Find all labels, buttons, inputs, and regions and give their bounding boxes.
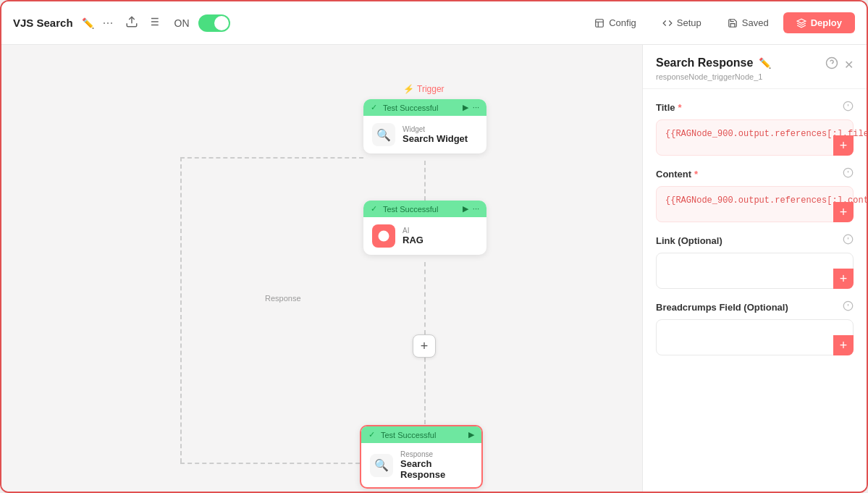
top-bar-right: Config Setup Saved Deploy <box>583 12 855 33</box>
panel-edit-icon[interactable]: ✏️ <box>759 57 771 69</box>
node-header-actions: ▶ ··· <box>463 103 479 112</box>
panel-title-section: Search Response ✏️ responseNode_triggerN… <box>656 56 771 81</box>
field-required-marker: * <box>678 102 682 113</box>
node-rag[interactable]: ✓ Test Successful ▶ ··· AI <box>363 201 486 255</box>
on-off-toggle[interactable] <box>198 14 230 32</box>
node-header-search-widget: ✓ Test Successful ▶ ··· <box>363 99 486 116</box>
saved-button[interactable]: Saved <box>716 12 780 33</box>
canvas: ⚡ Trigger Response ✓ Test Su <box>1 45 642 492</box>
node-header-actions-response: ▶ <box>468 430 474 439</box>
flow-container: ⚡ Trigger Response ✓ Test Su <box>1 45 642 492</box>
connector-line-3 <box>424 358 426 424</box>
field-content-add-button[interactable]: + <box>833 202 854 222</box>
field-title: Title * {{RAGNode_900.output.references[… <box>656 101 854 156</box>
field-content: Content * {{RAGNode_900.output.reference… <box>656 167 854 222</box>
panel-content: Title * {{RAGNode_900.output.references[… <box>643 89 867 367</box>
svg-rect-7 <box>596 19 604 27</box>
right-panel: Search Response ✏️ responseNode_triggerN… <box>642 45 867 492</box>
h-connector-top <box>180 157 363 159</box>
list-icon[interactable] <box>147 15 160 31</box>
field-link-input[interactable]: + <box>656 253 854 289</box>
v-connector-response <box>180 157 182 463</box>
field-breadcrumps-add-button[interactable]: + <box>833 335 854 355</box>
add-node-button[interactable]: + <box>413 334 436 358</box>
node-info-search-widget: Widget Search Widget <box>403 125 468 144</box>
node-body-search-widget: 🔍 Widget Search Widget <box>363 116 486 153</box>
field-link-add-button[interactable]: + <box>833 269 854 289</box>
top-bar: VJS Search ✏️ ··· ON Config Setup Saved <box>1 1 867 45</box>
field-content-input[interactable]: {{RAGNode_900.output.references[:].conte… <box>656 186 854 222</box>
app-container: VJS Search ✏️ ··· ON Config Setup Saved <box>0 0 868 493</box>
node-header-search-response: ✓ Test Successful ▶ <box>361 426 481 443</box>
node-info-search-response: Response Search Response <box>400 450 473 480</box>
node-info-rag: AI RAG <box>403 227 424 245</box>
field-title-add-button[interactable]: + <box>833 135 854 156</box>
check-icon-rag: ✓ <box>371 204 377 214</box>
check-icon: ✓ <box>371 103 377 112</box>
node-search-response[interactable]: ✓ Test Successful ▶ 🔍 Response Search Re… <box>360 425 483 489</box>
field-breadcrumps-input[interactable]: + <box>656 319 854 355</box>
node-body-search-response: 🔍 Response Search Response <box>361 443 481 487</box>
field-content-label: Content * <box>656 167 854 180</box>
help-icon[interactable] <box>825 56 838 72</box>
h-connector-bottom <box>180 463 360 464</box>
node-icon-rag <box>372 224 395 248</box>
field-title-input[interactable]: {{RAGNode_900.output.references[:].file_… <box>656 119 854 156</box>
field-info-icon-title[interactable] <box>843 101 854 114</box>
app-title: VJS Search <box>13 17 73 29</box>
check-icon-response: ✓ <box>368 430 375 439</box>
node-icon-search: 🔍 <box>372 123 395 146</box>
field-info-icon-link[interactable] <box>843 234 854 247</box>
close-icon[interactable]: ✕ <box>844 58 854 72</box>
panel-header: Search Response ✏️ responseNode_triggerN… <box>643 45 867 89</box>
response-side-label: Response <box>261 292 306 304</box>
panel-title: Search Response ✏️ <box>656 56 771 69</box>
node-search-widget[interactable]: ✓ Test Successful ▶ ··· 🔍 Widget Search … <box>363 99 486 153</box>
toggle-label: ON <box>174 17 190 29</box>
field-breadcrumps-label: Breadcrumps Field (Optional) <box>656 300 854 313</box>
node-icon-response: 🔍 <box>370 454 393 477</box>
node-header-rag: ✓ Test Successful ▶ ··· <box>363 201 486 217</box>
field-breadcrumps: Breadcrumps Field (Optional) + <box>656 300 854 355</box>
panel-subtitle: responseNode_triggerNode_1 <box>656 72 771 81</box>
toggle-knob <box>214 16 229 30</box>
field-info-icon-content[interactable] <box>843 167 854 180</box>
more-options-icon[interactable]: ··· <box>103 15 114 30</box>
trigger-label: ⚡ Trigger <box>403 84 444 94</box>
field-required-marker-content: * <box>694 169 698 180</box>
panel-header-icons: ✕ <box>825 56 854 72</box>
field-info-icon-breadcrumps[interactable] <box>843 300 854 313</box>
upload-icon[interactable] <box>125 15 138 31</box>
connector-line-2 <box>424 262 426 334</box>
field-link-label: Link (Optional) <box>656 234 854 247</box>
deploy-button[interactable]: Deploy <box>783 12 855 33</box>
field-title-label: Title * <box>656 101 854 114</box>
setup-button[interactable]: Setup <box>651 12 713 33</box>
edit-icon[interactable]: ✏️ <box>82 17 94 29</box>
node-header-actions-rag: ▶ ··· <box>463 204 479 214</box>
config-button[interactable]: Config <box>583 12 648 33</box>
main-area: ⚡ Trigger Response ✓ Test Su <box>1 45 867 492</box>
connector-line-1 <box>424 161 426 201</box>
node-body-rag: AI RAG <box>363 217 486 255</box>
field-link: Link (Optional) + <box>656 234 854 289</box>
